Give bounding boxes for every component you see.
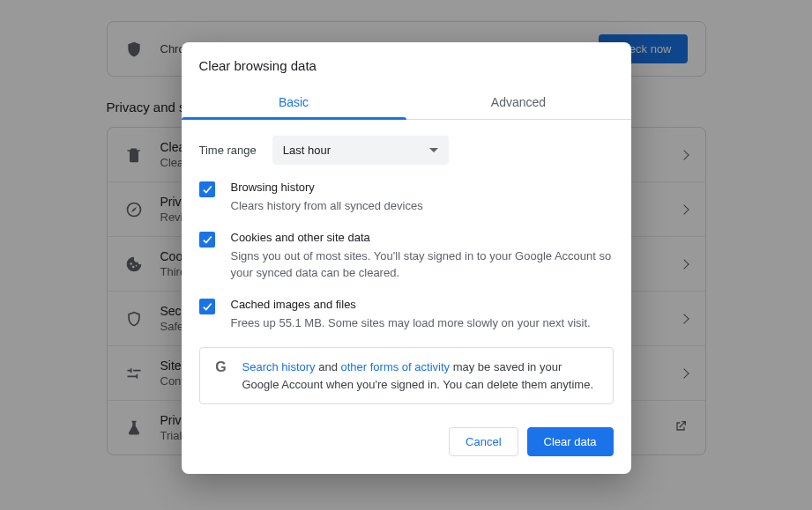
option-cached[interactable]: Cached images and files Frees up 55.1 MB… (199, 298, 614, 332)
dialog-title: Clear browsing data (182, 42, 631, 85)
clear-browsing-data-dialog: Clear browsing data Basic Advanced Time … (182, 42, 631, 474)
option-subtitle: Frees up 55.1 MB. Some sites may load mo… (231, 314, 614, 332)
clear-data-button[interactable]: Clear data (527, 427, 614, 456)
time-range-label: Time range (199, 144, 257, 157)
search-history-link[interactable]: Search history (242, 360, 316, 373)
option-cookies[interactable]: Cookies and other site data Signs you ou… (199, 231, 614, 282)
option-title: Browsing history (231, 181, 614, 194)
option-title: Cached images and files (231, 298, 614, 311)
cancel-button[interactable]: Cancel (449, 427, 518, 456)
google-g-icon: G (212, 358, 230, 376)
tab-basic[interactable]: Basic (182, 85, 406, 119)
google-account-info: G Search history and other forms of acti… (199, 347, 614, 404)
checkbox-checked-icon[interactable] (199, 299, 215, 314)
option-title: Cookies and other site data (231, 231, 614, 244)
other-activity-link[interactable]: other forms of activity (341, 360, 451, 373)
info-text: Search history and other forms of activi… (242, 358, 600, 393)
option-subtitle: Signs you out of most sites. You'll stay… (231, 248, 614, 282)
dropdown-caret-icon (429, 148, 438, 152)
dialog-tabs: Basic Advanced (182, 85, 631, 120)
time-range-select[interactable]: Last hour (272, 136, 449, 165)
option-browsing-history[interactable]: Browsing history Clears history from all… (199, 181, 614, 215)
modal-overlay[interactable]: Clear browsing data Basic Advanced Time … (0, 0, 812, 510)
time-range-value: Last hour (283, 144, 331, 157)
option-subtitle: Clears history from all synced devices (231, 197, 614, 215)
checkbox-checked-icon[interactable] (199, 232, 215, 248)
tab-advanced[interactable]: Advanced (406, 85, 631, 119)
checkbox-checked-icon[interactable] (199, 181, 215, 197)
